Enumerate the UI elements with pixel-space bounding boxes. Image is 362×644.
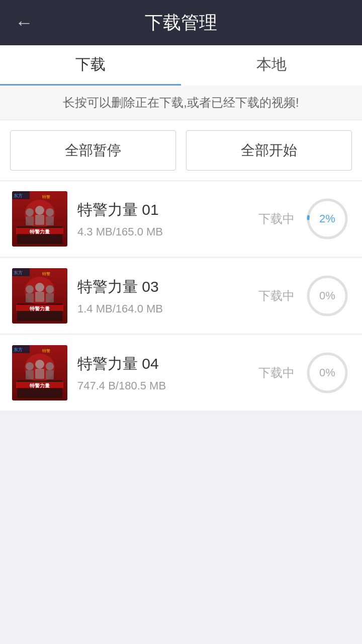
item-size: 4.3 MB/165.0 MB bbox=[77, 225, 248, 238]
svg-point-22 bbox=[35, 283, 44, 292]
svg-text:特警: 特警 bbox=[42, 272, 50, 276]
item-thumbnail: 特警力量 东方 特警 bbox=[12, 268, 67, 324]
svg-text:特警: 特警 bbox=[42, 195, 50, 199]
svg-rect-43 bbox=[46, 370, 54, 379]
item-title: 特警力量 01 bbox=[77, 200, 248, 220]
svg-point-21 bbox=[26, 285, 34, 293]
progress-label: 0% bbox=[319, 366, 335, 379]
tab-local[interactable]: 本地 bbox=[181, 45, 362, 86]
item-size: 1.4 MB/164.0 MB bbox=[77, 302, 248, 315]
item-title: 特警力量 04 bbox=[77, 354, 248, 374]
svg-rect-24 bbox=[26, 293, 34, 302]
progress-label: 2% bbox=[319, 212, 335, 225]
item-status: 下载中 bbox=[258, 211, 295, 227]
svg-text:东方: 东方 bbox=[14, 270, 23, 275]
svg-text:东方: 东方 bbox=[14, 193, 23, 198]
svg-rect-8 bbox=[35, 215, 44, 225]
svg-text:特警力量: 特警力量 bbox=[29, 383, 50, 388]
page-title: 下载管理 bbox=[145, 11, 217, 35]
svg-rect-26 bbox=[46, 293, 54, 302]
svg-point-4 bbox=[26, 208, 34, 216]
action-buttons: 全部暂停 全部开始 bbox=[0, 120, 362, 181]
notice-bar: 长按可以删除正在下载,或者已经下载的视频! bbox=[0, 86, 362, 120]
svg-point-38 bbox=[26, 362, 34, 370]
svg-rect-7 bbox=[26, 216, 34, 225]
item-status: 下载中 bbox=[258, 365, 295, 381]
item-info: 特警力量 03 1.4 MB/164.0 MB bbox=[67, 277, 258, 315]
svg-point-5 bbox=[35, 206, 44, 215]
back-button[interactable]: ← bbox=[15, 12, 33, 33]
start-all-button[interactable]: 全部开始 bbox=[186, 130, 352, 171]
svg-point-40 bbox=[46, 362, 54, 370]
svg-text:特警: 特警 bbox=[42, 349, 50, 353]
svg-text:东方: 东方 bbox=[14, 347, 23, 352]
svg-rect-25 bbox=[35, 292, 44, 302]
item-info: 特警力量 01 4.3 MB/165.0 MB bbox=[67, 200, 258, 238]
tab-bar: 下载 本地 bbox=[0, 45, 362, 86]
pause-all-button[interactable]: 全部暂停 bbox=[10, 130, 176, 171]
progress-circle: 0% bbox=[305, 273, 350, 318]
item-size: 747.4 B/180.5 MB bbox=[77, 379, 248, 392]
item-info: 特警力量 04 747.4 B/180.5 MB bbox=[67, 354, 258, 392]
list-item: 特警力量 东方 特警 特警力量 04 747.4 B/180.5 MB 下载中 bbox=[0, 335, 362, 411]
progress-label: 0% bbox=[319, 289, 335, 302]
tab-download[interactable]: 下载 bbox=[0, 45, 181, 86]
progress-circle: 2% bbox=[305, 196, 350, 242]
svg-point-39 bbox=[35, 360, 44, 369]
list-item: 特警力量 东方 特警 特警力量 03 1.4 MB/164.0 MB 下载中 bbox=[0, 258, 362, 334]
header: ← 下载管理 bbox=[0, 0, 362, 45]
svg-point-6 bbox=[46, 208, 54, 216]
svg-rect-42 bbox=[35, 369, 44, 379]
download-list: 特警力量 东方 特警 特警力量 01 4.3 MB/165.0 MB 下载中 bbox=[0, 181, 362, 411]
svg-rect-9 bbox=[46, 216, 54, 225]
item-thumbnail: 特警力量 东方 特警 bbox=[12, 191, 67, 247]
svg-text:特警力量: 特警力量 bbox=[29, 229, 50, 234]
list-item: 特警力量 东方 特警 特警力量 01 4.3 MB/165.0 MB 下载中 bbox=[0, 181, 362, 257]
svg-point-23 bbox=[46, 285, 54, 293]
item-thumbnail: 特警力量 东方 特警 bbox=[12, 345, 67, 400]
progress-circle: 0% bbox=[305, 350, 350, 395]
svg-text:特警力量: 特警力量 bbox=[29, 306, 50, 311]
svg-rect-41 bbox=[26, 370, 34, 379]
item-title: 特警力量 03 bbox=[77, 277, 248, 297]
item-status: 下载中 bbox=[258, 288, 295, 304]
